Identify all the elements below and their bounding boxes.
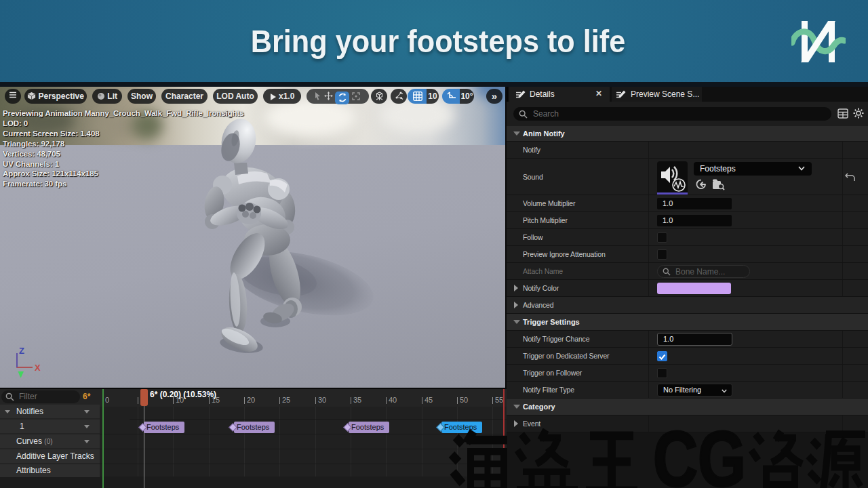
svg-text:Z: Z [19,346,24,356]
svg-text:X: X [35,363,41,373]
svg-text:CG: CG [653,427,746,488]
